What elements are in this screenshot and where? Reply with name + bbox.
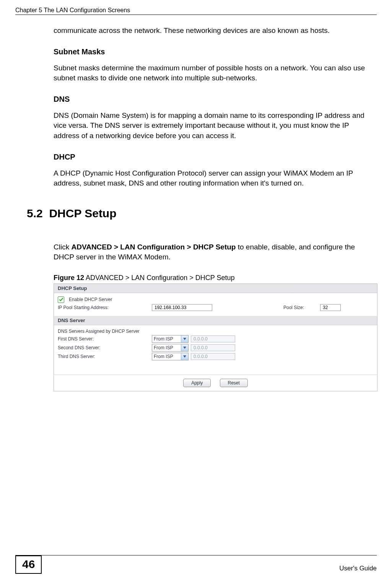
dns-assigned-label: DNS Servers Assigned by DHCP Server <box>58 329 140 334</box>
second-dns-ip-input[interactable] <box>191 344 235 351</box>
enable-dhcp-label: Enable DHCP Server <box>69 297 112 302</box>
chapter-header: Chapter 5 The LAN Configuration Screens <box>15 7 377 15</box>
dhcp-heading: DHCP <box>54 153 371 161</box>
third-dns-ip-input[interactable] <box>191 353 235 360</box>
second-dns-select-text: From ISP <box>152 345 181 350</box>
dns-heading: DNS <box>54 95 371 104</box>
third-dns-label: Third DNS Server: <box>58 354 150 359</box>
intro-continuation: communicate across the network. These ne… <box>54 26 371 36</box>
chevron-down-icon <box>181 344 188 351</box>
subnet-masks-body: Subnet masks determine the maximum numbe… <box>54 63 371 83</box>
first-dns-select-text: From ISP <box>152 336 181 342</box>
figure-label: Figure 12 <box>54 274 84 282</box>
second-dns-select[interactable]: From ISP <box>152 344 189 352</box>
chevron-down-icon <box>181 353 188 360</box>
pool-size-label: Pool Size: <box>283 305 304 310</box>
ip-pool-label: IP Pool Starting Address: <box>58 305 150 310</box>
section-lead-bold: ADVANCED > LAN Configuration > DHCP Setu… <box>71 243 236 251</box>
figure-path: ADVANCED > LAN Configuration > DHCP Setu… <box>84 274 235 282</box>
first-dns-ip-input[interactable] <box>191 335 235 342</box>
svg-marker-2 <box>183 355 186 358</box>
dns-server-panel-header: DNS Server <box>54 316 377 325</box>
check-icon <box>59 297 63 302</box>
subnet-masks-heading: Subnet Masks <box>54 47 371 56</box>
chevron-down-icon <box>181 335 188 342</box>
section-title: DHCP Setup <box>49 207 116 220</box>
first-dns-label: First DNS Server: <box>58 336 150 342</box>
pool-size-input[interactable] <box>320 304 341 311</box>
third-dns-select-text: From ISP <box>152 354 181 359</box>
dhcp-body: A DHCP (Dynamic Host Configuration Proto… <box>54 168 371 189</box>
section-heading: 5.2 DHCP Setup <box>27 207 371 220</box>
svg-marker-1 <box>183 347 186 349</box>
figure-caption: Figure 12 ADVANCED > LAN Configuration >… <box>54 274 371 282</box>
section-lead: Click ADVANCED > LAN Configuration > DHC… <box>54 242 371 262</box>
apply-button[interactable]: Apply <box>183 379 211 387</box>
figure-screenshot: DHCP Setup Enable DHCP Server IP Pool St… <box>54 283 377 391</box>
dns-body: DNS (Domain Name System) is for mapping … <box>54 111 371 141</box>
third-dns-select[interactable]: From ISP <box>152 353 189 360</box>
section-number: 5.2 <box>27 207 43 220</box>
first-dns-select[interactable]: From ISP <box>152 335 189 343</box>
page-number: 46 <box>15 555 42 574</box>
enable-dhcp-checkbox[interactable] <box>58 296 64 303</box>
footer-guide-label: User's Guide <box>339 565 377 574</box>
ip-pool-input[interactable] <box>152 304 212 311</box>
reset-button[interactable]: Reset <box>220 379 248 387</box>
section-lead-prefix: Click <box>54 243 71 251</box>
svg-marker-0 <box>183 338 186 340</box>
second-dns-label: Second DNS Server: <box>58 345 150 350</box>
dhcp-setup-panel-header: DHCP Setup <box>54 284 377 293</box>
